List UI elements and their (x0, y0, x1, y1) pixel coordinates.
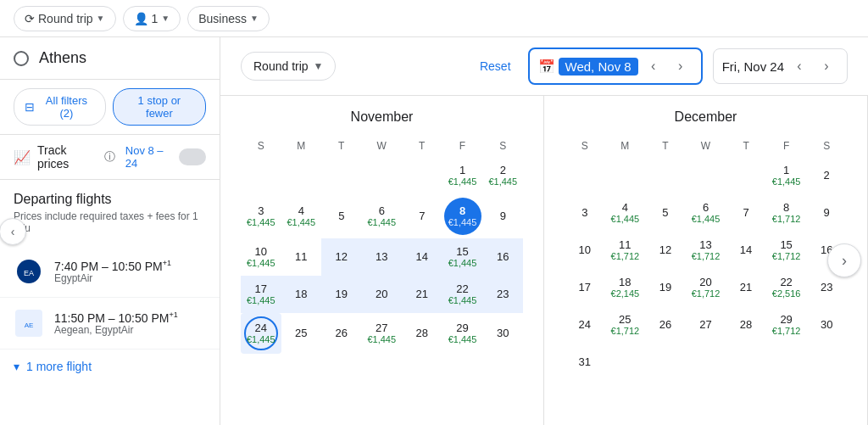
stop-filter-button[interactable]: 1 stop or fewer (113, 88, 206, 126)
nov-day-8[interactable]: 8 €1,445 (442, 194, 483, 238)
dec-day-7[interactable]: 7 (726, 194, 766, 232)
nov-day-22[interactable]: 22€1,445 (442, 276, 483, 313)
dec-day-13[interactable]: 13€1,712 (686, 232, 726, 269)
person-icon: 👤 (134, 12, 148, 25)
dec-empty (726, 157, 766, 194)
dec-day-30[interactable]: 30 (806, 306, 847, 344)
trip-type-button[interactable]: ⟳ Round trip ▼ (14, 6, 116, 31)
track-prices-toggle[interactable] (179, 148, 206, 165)
nov-day-2[interactable]: 2€1,445 (483, 157, 524, 194)
nov-day-24[interactable]: 24€1,445 (241, 313, 281, 354)
track-dates: Nov 8 – 24 (125, 144, 172, 170)
nov-day-15[interactable]: 15€1,445 (442, 238, 483, 276)
nov-day-12[interactable]: 12 (321, 238, 362, 276)
dec-day-25[interactable]: 25€1,712 (605, 306, 646, 344)
dec-day-15[interactable]: 15€1,712 (766, 232, 807, 269)
reset-button[interactable]: Reset (473, 53, 518, 80)
dec-day-29[interactable]: 29€1,712 (766, 306, 807, 344)
passengers-button[interactable]: 👤 1 ▼ (123, 6, 181, 31)
right-panel: Round trip ▼ Reset 📅 Wed, Nov 8 ‹ › Fri,… (220, 37, 868, 425)
all-filters-button[interactable]: ⊟ All filters (2) (14, 88, 106, 126)
nov-day-25[interactable]: 25 (281, 313, 322, 354)
dec-day-26[interactable]: 26 (645, 306, 686, 344)
nov-day-27[interactable]: 27€1,445 (362, 313, 403, 354)
nov-header-f: F (442, 135, 483, 157)
nov-day-10[interactable]: 10€1,445 (241, 238, 281, 276)
nov-day-17[interactable]: 17€1,445 (241, 276, 281, 313)
nov-day-19[interactable]: 19 (321, 276, 362, 313)
end-date-selector[interactable]: Fri, Nov 24 ‹ › (713, 48, 848, 84)
nov-day-23[interactable]: 23 (483, 276, 524, 313)
dec-day-27[interactable]: 27 (686, 306, 726, 344)
nov-day-28[interactable]: 28 (402, 313, 442, 354)
nov-day-18[interactable]: 18 (281, 276, 322, 313)
dec-day-14[interactable]: 14 (726, 232, 766, 269)
dec-day-24[interactable]: 24 (565, 306, 605, 344)
dec-day-3[interactable]: 3 (565, 194, 605, 232)
nov-day-5[interactable]: 5 (321, 194, 362, 238)
nov-day-13[interactable]: 13 (362, 238, 403, 276)
nov-day-20[interactable]: 20 (362, 276, 403, 313)
left-nav-arrow[interactable]: ‹ (0, 218, 26, 245)
dec-empty (605, 157, 646, 194)
nov-day-1[interactable]: 1€1,445 (442, 157, 483, 194)
nov-day-16[interactable]: 16 (483, 238, 524, 276)
nov-day-11[interactable]: 11 (281, 238, 322, 276)
nov-day-6[interactable]: 6€1,445 (362, 194, 403, 238)
cabin-chevron: ▼ (250, 14, 259, 23)
nov-day-4[interactable]: 4€1,445 (281, 194, 322, 238)
nov-day-14[interactable]: 14 (402, 238, 442, 276)
dec-day-6[interactable]: 6€1,445 (686, 194, 726, 232)
nov-day-21[interactable]: 21 (402, 276, 442, 313)
right-nav-arrow[interactable]: › (827, 243, 861, 277)
dec-day-8[interactable]: 8€1,712 (766, 194, 807, 232)
dec-day-5[interactable]: 5 (645, 194, 686, 232)
dec-day-28[interactable]: 28 (726, 306, 766, 344)
dec-header-t1: T (645, 135, 686, 157)
dec-day-19[interactable]: 19 (645, 269, 686, 306)
dec-day-2[interactable]: 2 (806, 157, 847, 194)
top-bar: ⟳ Round trip ▼ 👤 1 ▼ Business ▼ (0, 0, 868, 37)
nov-day-9[interactable]: 9 (483, 194, 524, 238)
flight-info-2: 11:50 PM – 10:50 PM+1 Aegean, EgyptAir (54, 310, 206, 337)
dec-day-1[interactable]: 1€1,445 (766, 157, 807, 194)
search-field[interactable]: Athens (0, 37, 220, 80)
end-date-next[interactable]: › (815, 54, 838, 78)
round-trip-selector[interactable]: Round trip ▼ (241, 52, 336, 81)
dec-day-20[interactable]: 20€1,712 (686, 269, 726, 306)
filters-bar: ⊟ All filters (2) 1 stop or fewer (0, 80, 220, 135)
dec-header-w: W (686, 135, 726, 157)
nov-day-7[interactable]: 7 (402, 194, 442, 238)
search-city: Athens (39, 49, 86, 67)
dec-day-4[interactable]: 4€1,445 (605, 194, 646, 232)
dec-day-12[interactable]: 12 (645, 232, 686, 269)
dec-day-21[interactable]: 21 (726, 269, 766, 306)
flight-item-2[interactable]: AE 11:50 PM – 10:50 PM+1 Aegean, EgyptAi… (0, 298, 220, 350)
dec-day-31[interactable]: 31 (565, 344, 605, 381)
aegean-logo: AE (14, 308, 44, 338)
dec-day-18[interactable]: 18€2,145 (605, 269, 646, 306)
nov-day-29[interactable]: 29€1,445 (442, 313, 483, 354)
start-date-text: Wed, Nov 8 (559, 58, 638, 75)
start-date-prev[interactable]: ‹ (642, 54, 665, 78)
nov-day-3[interactable]: 3€1,445 (241, 194, 281, 238)
dec-day-17[interactable]: 17 (565, 269, 605, 306)
december-calendar: December S M T W T F S 1€1,445 2 (544, 96, 868, 425)
track-prices-row: 📈 Track prices ⓘ Nov 8 – 24 (0, 135, 220, 180)
svg-text:EA: EA (24, 269, 34, 277)
search-circle-icon (14, 51, 29, 66)
flight-item[interactable]: EA 7:40 PM – 10:50 PM+1 EgyptAir (0, 246, 220, 298)
round-trip-label: Round trip (253, 59, 309, 73)
dec-day-11[interactable]: 11€1,712 (605, 232, 646, 269)
nov-day-26[interactable]: 26 (321, 313, 362, 354)
dec-day-10[interactable]: 10 (565, 232, 605, 269)
more-flights-button[interactable]: ▾ 1 more flight (0, 350, 220, 383)
dec-day-9[interactable]: 9 (806, 194, 847, 232)
dec-header-s2: S (806, 135, 847, 157)
start-date-selector[interactable]: 📅 Wed, Nov 8 ‹ › (528, 48, 703, 85)
cabin-button[interactable]: Business ▼ (187, 6, 270, 31)
dec-day-22[interactable]: 22€2,516 (766, 269, 807, 306)
start-date-next[interactable]: › (669, 54, 693, 78)
end-date-prev[interactable]: ‹ (787, 54, 811, 78)
nov-day-30[interactable]: 30 (483, 313, 524, 354)
